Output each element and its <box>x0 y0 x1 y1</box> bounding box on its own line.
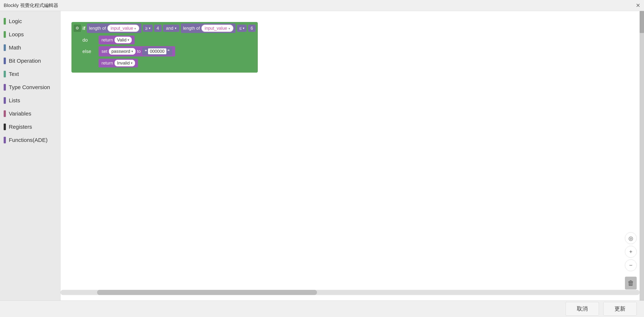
main-container: Logic Loops Math Bit Operation Text Type… <box>0 11 644 300</box>
type-conv-color-bar <box>4 84 6 91</box>
sidebar: Logic Loops Math Bit Operation Text Type… <box>0 11 60 300</box>
zoom-in-button[interactable]: + <box>625 246 637 258</box>
length-of-block-1: length of input_value ▾ <box>87 24 142 33</box>
length-of-label-2: length of <box>183 26 200 31</box>
if-block: ⚙ if length of input_value ▾ ≥ <box>72 22 258 73</box>
cancel-button[interactable]: 取消 <box>566 302 599 316</box>
sidebar-label-registers: Registers <box>9 124 32 130</box>
return-valid-block: return Valid ▾ <box>98 36 135 44</box>
target-icon: ◎ <box>628 235 633 241</box>
plus-icon: + <box>629 249 632 255</box>
string-value[interactable]: 000000 <box>148 48 166 54</box>
sidebar-item-logic[interactable]: Logic <box>0 15 60 28</box>
password-dropdown[interactable]: password ▾ <box>109 48 136 55</box>
sidebar-label-loops: Loops <box>9 31 24 38</box>
settings-icon[interactable]: ⚙ <box>74 25 81 32</box>
sidebar-item-variables[interactable]: Variables <box>0 107 60 120</box>
registers-color-bar <box>4 124 6 130</box>
canvas-area[interactable]: ⚙ if length of input_value ▾ ≥ <box>60 11 644 300</box>
if-condition-row: ⚙ if length of input_value ▾ ≥ <box>72 22 258 35</box>
else-label: else <box>82 49 97 54</box>
vertical-scrollbar-track <box>640 11 644 300</box>
minus-icon: − <box>629 262 632 268</box>
sidebar-label-functions-ade: Functions(ADE) <box>9 137 48 143</box>
sidebar-item-type-conversion[interactable]: Type Conversion <box>0 81 60 94</box>
sidebar-label-variables: Variables <box>9 111 31 117</box>
functions-color-bar <box>4 137 6 143</box>
footer: 取消 更新 <box>0 300 644 317</box>
sidebar-item-functions-ade[interactable]: Functions(ADE) <box>0 133 60 147</box>
horizontal-scrollbar-thumb[interactable] <box>97 290 317 295</box>
sidebar-item-registers[interactable]: Registers <box>0 120 60 133</box>
ge-operator[interactable]: ≥ ▾ <box>143 25 152 32</box>
trash-icon: 🗑 <box>628 279 634 287</box>
sidebar-item-text[interactable]: Text <box>0 68 60 81</box>
return-invalid-row: do return Invalid ▾ <box>72 58 258 68</box>
invalid-dropdown[interactable]: Invalid ▾ <box>114 60 135 66</box>
number-4[interactable]: 4 <box>154 25 162 32</box>
logic-color-bar <box>4 18 6 25</box>
bit-op-color-bar <box>4 58 6 64</box>
le-operator[interactable]: ≤ ▾ <box>237 25 246 32</box>
and-block[interactable]: and ▾ <box>163 25 179 32</box>
sidebar-item-bit-operation[interactable]: Bit Operation <box>0 54 60 68</box>
lists-color-bar <box>4 97 6 104</box>
else-section: else set password ▾ to ❝ <box>72 46 258 73</box>
horizontal-scrollbar[interactable] <box>60 290 640 295</box>
canvas-controls: ◎ + − <box>625 232 637 271</box>
set-password-block: set password ▾ to ❝ 000000 ❞ <box>98 46 175 57</box>
valid-dropdown[interactable]: Valid ▾ <box>114 37 132 43</box>
update-button[interactable]: 更新 <box>603 302 637 316</box>
do-section: do return Valid ▾ <box>72 35 258 46</box>
else-row: else set password ▾ to ❝ <box>72 46 258 57</box>
app-title: Blockly 視覺化程式編輯器 <box>4 2 58 9</box>
recenter-button[interactable]: ◎ <box>625 232 637 244</box>
zoom-out-button[interactable]: − <box>625 259 637 271</box>
sidebar-label-bit-operation: Bit Operation <box>9 58 41 64</box>
text-color-bar <box>4 71 6 77</box>
math-color-bar <box>4 44 6 51</box>
if-label: if <box>82 26 86 31</box>
length-of-label-1: length of <box>89 26 106 31</box>
sidebar-item-math[interactable]: Math <box>0 41 60 54</box>
vertical-scrollbar-thumb[interactable] <box>640 11 644 33</box>
blocks-workspace: ⚙ if length of input_value ▾ ≥ <box>72 22 258 73</box>
input-value-pill-2[interactable]: input_value ▾ <box>201 25 233 32</box>
sidebar-label-type-conversion: Type Conversion <box>9 84 50 90</box>
return-invalid-block: return Invalid ▾ <box>98 59 138 68</box>
do-row: do return Valid ▾ <box>72 35 258 45</box>
variables-color-bar <box>4 110 6 117</box>
sidebar-label-text: Text <box>9 71 19 77</box>
number-6[interactable]: 6 <box>248 25 256 32</box>
string-block: ❝ 000000 ❞ <box>142 47 172 55</box>
sidebar-label-math: Math <box>9 45 21 51</box>
length-of-block-2: length of input_value ▾ <box>181 24 236 33</box>
sidebar-label-logic: Logic <box>9 18 22 24</box>
trash-button[interactable]: 🗑 <box>625 277 637 289</box>
loops-color-bar <box>4 31 6 38</box>
sidebar-label-lists: Lists <box>9 97 20 104</box>
input-value-pill-1[interactable]: input_value ▾ <box>107 25 139 32</box>
do-label: do <box>82 37 97 43</box>
sidebar-item-lists[interactable]: Lists <box>0 94 60 107</box>
close-button[interactable]: ✕ <box>636 2 640 9</box>
sidebar-item-loops[interactable]: Loops <box>0 28 60 41</box>
title-bar: Blockly 視覺化程式編輯器 ✕ <box>0 0 644 11</box>
